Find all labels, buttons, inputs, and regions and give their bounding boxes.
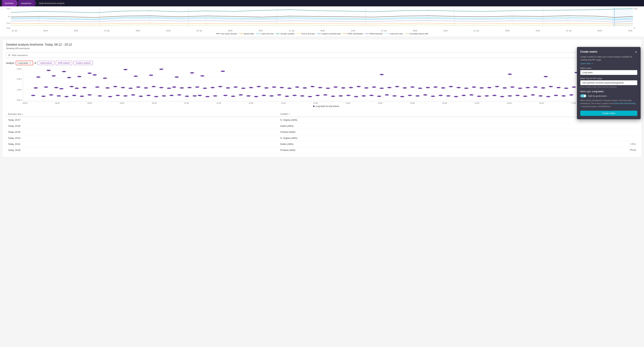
create-metric-panel: Create metric ✕ Create a metric to make …: [577, 47, 641, 119]
svg-point-121: [49, 94, 53, 95]
svg-point-179: [500, 96, 504, 97]
svg-point-57: [167, 87, 171, 89]
cell-value: 1.41 s: [630, 143, 636, 145]
svg-point-68: [249, 87, 253, 88]
svg-point-82: [356, 86, 360, 87]
svg-point-123: [64, 96, 68, 97]
svg-point-100: [495, 86, 499, 87]
sort-neutral-icon: ⓘ: [288, 113, 290, 115]
svg-point-80: [341, 87, 345, 88]
table-row[interactable]: Today, 20:01 Dublin (AWS) 1.41 s: [6, 141, 638, 147]
custom-actions-button[interactable]: Custom actions: [74, 61, 93, 65]
svg-point-26: [93, 74, 97, 76]
svg-point-24: [67, 77, 71, 78]
table-row[interactable]: Today, 20:06 Dublin (AWS): [6, 123, 638, 129]
svg-point-167: [408, 95, 412, 96]
svg-point-109: [564, 87, 568, 89]
svg-point-170: [431, 95, 435, 97]
learn-more-link[interactable]: Learn more ↗: [580, 62, 593, 65]
nav-easytravel[interactable]: easytravel-: [18, 0, 34, 6]
svg-point-107: [549, 86, 553, 87]
create-metric-button[interactable]: Create metric: [580, 111, 637, 116]
y-label-mid1: 5 s: [8, 15, 10, 17]
svg-point-168: [416, 95, 420, 97]
svg-point-48: [95, 86, 99, 88]
svg-point-139: [192, 95, 196, 97]
svg-point-98: [480, 87, 484, 88]
svg-point-95: [456, 87, 460, 88]
table-row[interactable]: Today, 20:02 N. Virginia (AWS): [6, 135, 638, 141]
svg-point-30: [175, 76, 179, 78]
svg-point-84: [372, 86, 376, 88]
svg-point-137: [177, 94, 181, 95]
y-label-top: 7.5 s: [6, 8, 10, 10]
cell-exec-time: Today, 20:06: [6, 123, 278, 129]
svg-point-176: [477, 95, 481, 97]
svg-point-177: [485, 95, 489, 97]
analysis-subtitle: Showing 430 executions: [6, 47, 638, 50]
svg-point-166: [400, 96, 404, 97]
svg-point-126: [88, 94, 92, 95]
panel-info-text: Metric will be calculated for 1 browser …: [580, 99, 637, 108]
svg-point-28: [134, 76, 138, 77]
geolocation-toggle[interactable]: [580, 94, 586, 97]
panel-title: Create metric: [580, 50, 598, 53]
legend-color-les: [385, 33, 389, 34]
metric-name-input[interactable]: [580, 70, 637, 75]
legend-color-ttfb: [297, 33, 301, 34]
toggle-thumb: [584, 95, 586, 97]
svg-point-129: [116, 95, 120, 96]
svg-point-183: [531, 94, 535, 95]
load-actions-button[interactable]: Load actions: [38, 61, 54, 65]
table-row[interactable]: Today, 20:07 N. Virginia (AWS): [6, 117, 638, 123]
xhr-actions-button[interactable]: XHR actions: [56, 61, 72, 65]
svg-point-75: [303, 87, 307, 88]
svg-point-55: [152, 86, 156, 87]
svg-point-32: [200, 75, 204, 77]
nav-synthetic[interactable]: Synthetic: [2, 0, 16, 6]
legend-color-html: [343, 33, 347, 34]
legend-load-event-end: Load event end: [256, 33, 274, 35]
svg-point-22: [36, 76, 40, 78]
svg-point-153: [300, 95, 304, 97]
svg-point-105: [534, 86, 538, 88]
svg-point-178: [492, 95, 496, 96]
table-row[interactable]: Today, 19:59 Portland (AWS) 775 ms: [6, 147, 638, 153]
svg-point-41: [34, 87, 38, 88]
svg-point-174: [462, 95, 466, 96]
legend-load-event-start: Load event start: [385, 33, 403, 35]
scatter-y-mid2: 1.00 s: [17, 89, 22, 91]
long-tasks-dropdown[interactable]: Long tasks ▼: [16, 61, 33, 65]
panel-close-button[interactable]: ✕: [635, 50, 637, 54]
nav-arrow-1: [16, 0, 18, 6]
metric-key-input[interactable]: [580, 80, 637, 85]
nav-analysis[interactable]: Multi-dimensional analysis: [36, 0, 67, 6]
panel-header: Create metric ✕: [580, 50, 637, 54]
svg-point-163: [377, 95, 381, 97]
svg-point-155: [316, 95, 320, 96]
legend-dom-interactive: DOM interactive: [365, 33, 383, 35]
y-label-bot: 0 ms: [6, 27, 10, 29]
col-execution-time[interactable]: Execution time ▼: [6, 111, 278, 117]
cell-exec-time: Today, 20:04: [6, 129, 278, 135]
svg-point-76: [310, 86, 314, 87]
chevron-down-icon: ▼: [29, 62, 31, 64]
svg-point-175: [470, 94, 474, 95]
svg-point-58: [172, 86, 176, 88]
legend-cls: Cumulative layout shift: [405, 33, 428, 35]
svg-point-173: [454, 96, 458, 97]
svg-point-89: [410, 86, 414, 88]
svg-point-42: [44, 86, 48, 88]
svg-point-124: [72, 95, 76, 96]
svg-point-125: [80, 95, 84, 97]
svg-point-46: [75, 87, 79, 89]
svg-point-18: [62, 71, 66, 72]
svg-point-65: [226, 87, 230, 88]
table-row[interactable]: Today, 20:04 Portland (AWS): [6, 129, 638, 135]
filter-bar[interactable]: ⚙ Filter executions: [6, 52, 638, 58]
metric-name-label: Metric name: [580, 67, 637, 69]
svg-point-63: [210, 87, 214, 88]
svg-point-93: [441, 87, 445, 88]
legend-speed-index: Speed index: [239, 33, 254, 35]
svg-point-88: [403, 87, 407, 88]
